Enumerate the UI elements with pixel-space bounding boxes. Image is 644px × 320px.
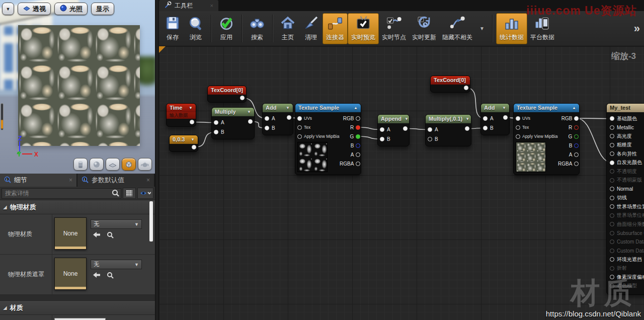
pin[interactable] — [248, 119, 253, 124]
node-multiply01[interactable]: Multiply(,0.1)▼AB — [425, 114, 471, 146]
physical-material-mask-select[interactable]: 无 ▼ — [91, 260, 142, 269]
pin[interactable] — [610, 257, 614, 262]
toolbar-button-binoculars[interactable]: 搜索 — [246, 13, 269, 44]
node-header[interactable]: Texture Sample▲ — [295, 104, 361, 112]
node-header[interactable]: My_test — [607, 104, 644, 112]
pin[interactable] — [356, 134, 360, 139]
pin[interactable] — [610, 266, 614, 271]
toolbar-button-live-preview[interactable]: 实时预览 — [348, 13, 379, 44]
pin[interactable] — [356, 152, 360, 157]
caret-down-icon[interactable]: ▼ — [286, 104, 290, 112]
pin[interactable] — [356, 162, 360, 166]
node-texcoord1[interactable]: TexCoord[0]▼ — [207, 86, 247, 103]
pin[interactable] — [610, 161, 614, 165]
pin[interactable] — [464, 86, 468, 90]
perspective-button[interactable]: 透视 — [18, 3, 51, 15]
node-texcoord2[interactable]: TexCoord[0]▼ — [430, 75, 470, 93]
node-add1[interactable]: Add▼AB — [262, 103, 293, 135]
node-time[interactable]: Time▼输入数据 — [166, 103, 196, 127]
pin[interactable] — [265, 116, 269, 121]
viewport-side-slider[interactable] — [1, 103, 4, 130]
node-header[interactable]: Add▼ — [263, 104, 293, 112]
pin[interactable] — [356, 125, 360, 130]
pin[interactable] — [297, 125, 302, 130]
node-add2[interactable]: Add▼AB — [480, 103, 510, 135]
pin[interactable] — [610, 239, 614, 244]
node-const1[interactable]: 0,0.3▼ — [169, 135, 198, 152]
node-texsample2[interactable]: Texture Sample▲UVsTexApply View MipBiasR… — [513, 103, 580, 175]
toolbar-button-live-nodes[interactable]: 实时节点 — [379, 13, 409, 44]
toolbar-button-hide-unrelated[interactable]: 隐藏不相关 — [439, 13, 475, 44]
physical-material-mask-thumbnail[interactable]: None — [54, 258, 87, 290]
details-scrollbar[interactable] — [149, 201, 153, 242]
pin[interactable] — [574, 152, 579, 157]
shape-sphere-button[interactable] — [90, 158, 104, 171]
node-header[interactable]: Texture Sample▲ — [514, 104, 579, 112]
pin[interactable] — [610, 231, 614, 235]
pin[interactable] — [610, 178, 614, 183]
toolbar-combo-caret-icon[interactable]: ▼ — [475, 26, 489, 31]
node-header[interactable]: Multiply▼ — [212, 108, 254, 116]
node-header[interactable]: Add▼ — [481, 104, 509, 112]
node-texsample1[interactable]: Texture Sample▲UVsTexApply View MipBiasR… — [295, 103, 361, 175]
pin[interactable] — [610, 134, 614, 138]
pin[interactable] — [428, 127, 432, 132]
property-matrix-button[interactable] — [123, 188, 136, 199]
pin[interactable] — [503, 115, 508, 120]
tab-details[interactable]: i 细节 × — [0, 174, 77, 187]
pin[interactable] — [574, 116, 579, 121]
caret-down-icon[interactable]: ▼ — [465, 115, 469, 123]
node-append[interactable]: Append▼AB — [377, 114, 410, 146]
pin[interactable] — [610, 169, 614, 174]
pin[interactable] — [574, 143, 579, 148]
search-details-input[interactable] — [2, 188, 121, 199]
pin[interactable] — [428, 137, 432, 141]
pin[interactable] — [610, 222, 614, 226]
pin[interactable] — [297, 116, 302, 121]
pin[interactable] — [380, 137, 384, 141]
panel-splitter[interactable] — [155, 0, 159, 320]
caret-down-icon[interactable]: ▼ — [502, 104, 506, 112]
caret-down-icon[interactable]: ▼ — [469, 76, 470, 85]
browse-to-asset-icon[interactable] — [107, 272, 114, 280]
toolbar-button-clean[interactable]: 清理 — [299, 13, 323, 44]
caret-up-icon[interactable]: ▲ — [354, 104, 358, 112]
pin[interactable] — [192, 145, 196, 149]
node-header[interactable]: Multiply(,0.1)▼ — [426, 115, 471, 123]
shape-plane-button[interactable] — [106, 158, 120, 171]
close-icon[interactable]: × — [210, 3, 213, 9]
section-physical-material[interactable]: ◢ 物理材质 — [0, 200, 155, 214]
shape-teapot-button[interactable] — [138, 158, 152, 171]
material-node-graph[interactable]: 缩放-3 材质 https://blog.csdn.net/Qiblank Te… — [159, 46, 644, 320]
node-header[interactable]: TexCoord[0]▼ — [431, 76, 470, 85]
pin[interactable] — [610, 187, 614, 191]
caret-down-icon[interactable]: ▼ — [191, 135, 195, 144]
pin[interactable] — [265, 126, 269, 130]
pin[interactable] — [287, 115, 291, 120]
pin[interactable] — [610, 125, 614, 130]
material-domain-select[interactable]: 表面 ▼ — [54, 318, 106, 320]
pin[interactable] — [190, 120, 194, 124]
pin[interactable] — [483, 116, 488, 121]
caret-down-icon[interactable]: ▼ — [189, 104, 193, 112]
caret-up-icon[interactable]: ▲ — [572, 104, 576, 112]
pin[interactable] — [516, 116, 520, 121]
preview-viewport[interactable]: ▼ 透视 光照 显示 Z Y — [0, 0, 155, 174]
pin[interactable] — [214, 120, 218, 125]
show-button[interactable]: 显示 — [91, 3, 114, 15]
physical-material-select[interactable]: 无 ▼ — [91, 219, 142, 229]
browse-to-asset-icon[interactable] — [107, 231, 114, 240]
toolbar-overflow-chevron-icon[interactable]: » — [634, 22, 640, 35]
use-selected-arrow-icon[interactable] — [93, 272, 101, 280]
viewport-options-dropdown[interactable]: ▼ — [2, 3, 14, 15]
toolbar-button-save[interactable]: 保存 — [161, 13, 184, 44]
pin[interactable] — [574, 134, 579, 139]
node-header[interactable]: Time▼ — [167, 104, 196, 112]
node-header[interactable]: Append▼ — [378, 115, 409, 123]
pin[interactable] — [465, 126, 469, 131]
close-icon[interactable]: × — [146, 177, 150, 184]
node-multiply1[interactable]: Multiply▼AB — [211, 107, 255, 139]
pin[interactable] — [610, 143, 614, 147]
caret-down-icon[interactable]: ▼ — [247, 108, 251, 116]
shape-cube-button[interactable] — [122, 158, 136, 171]
